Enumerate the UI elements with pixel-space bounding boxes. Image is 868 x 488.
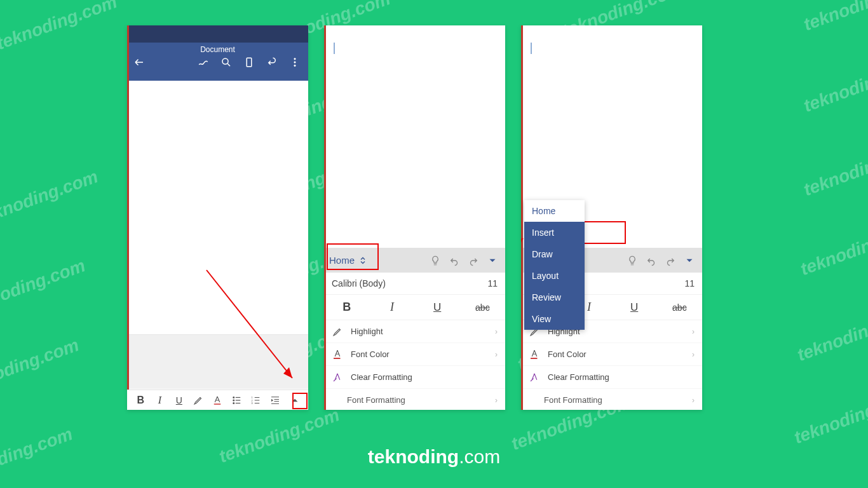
font-color-row[interactable]: Font Color ›: [324, 343, 505, 366]
font-formatting-label: Font Formatting: [544, 395, 602, 405]
font-color-row[interactable]: Font Color ›: [521, 343, 702, 366]
font-selector-row[interactable]: Calibri (Body) 11: [324, 273, 505, 295]
mobile-view-button[interactable]: [243, 57, 255, 71]
brand-footer: teknoding.com: [0, 446, 868, 468]
numbered-list-icon: 123: [250, 395, 262, 406]
svg-text:2: 2: [252, 399, 253, 402]
watermark: teknoding.com: [801, 54, 868, 116]
svg-point-7: [233, 402, 234, 403]
chevron-down-icon: [487, 255, 498, 266]
annotation-arrow: [203, 267, 305, 394]
undo-button[interactable]: [447, 255, 462, 266]
chevron-right-icon: ›: [495, 396, 498, 405]
brand-bold: teknoding: [368, 446, 459, 467]
font-color-button[interactable]: [210, 393, 224, 407]
back-button[interactable]: [133, 57, 145, 71]
draw-button[interactable]: [198, 57, 209, 71]
chevron-right-icon: ›: [692, 327, 695, 336]
clear-formatting-icon: [332, 372, 343, 383]
dropdown-item-layout[interactable]: Layout: [524, 265, 585, 287]
underline-button[interactable]: U: [621, 301, 647, 314]
collapse-ribbon-button[interactable]: [682, 255, 697, 266]
brand-rest: .com: [459, 446, 500, 467]
app-header: Document: [127, 43, 308, 81]
watermark: teknoding.com: [0, 335, 82, 397]
watermark: teknoding.com: [0, 166, 101, 229]
indent-button[interactable]: [268, 393, 282, 407]
svg-point-5: [233, 396, 234, 398]
svg-point-6: [233, 400, 234, 401]
highlighter-icon: [193, 395, 204, 406]
underline-button[interactable]: U: [424, 301, 450, 314]
indent-icon: [269, 395, 281, 406]
redo-icon: [665, 255, 676, 266]
redo-button[interactable]: [466, 255, 481, 266]
chevron-right-icon: ›: [692, 396, 695, 405]
text-cursor: [531, 43, 532, 54]
ribbon-tab-dropdown: Home Insert Draw Layout Review View: [524, 200, 585, 330]
highlight-label: Highlight: [351, 327, 383, 336]
svg-point-0: [222, 58, 228, 64]
phone-edge: [127, 25, 129, 410]
undo-button[interactable]: [644, 255, 659, 266]
search-button[interactable]: [220, 57, 232, 71]
svg-rect-1: [247, 58, 252, 67]
svg-marker-14: [521, 238, 523, 247]
screenshot-1: Document B I U 123: [127, 25, 308, 410]
highlight-row[interactable]: Highlight ›: [324, 320, 505, 343]
clear-formatting-icon: [529, 372, 540, 383]
more-button[interactable]: [289, 57, 301, 71]
font-size: 11: [684, 278, 695, 288]
font-color-icon: [529, 349, 540, 360]
strikethrough-button[interactable]: abc: [667, 302, 692, 313]
highlighter-button[interactable]: [191, 393, 205, 407]
document-title: Document: [127, 43, 308, 54]
svg-line-13: [521, 238, 523, 311]
redo-button[interactable]: [663, 255, 678, 266]
strikethrough-button[interactable]: abc: [470, 302, 495, 313]
font-formatting-row[interactable]: Font Formatting ›: [521, 389, 702, 410]
clear-formatting-row[interactable]: Clear Formatting: [521, 366, 702, 389]
bullet-list-icon: [231, 395, 243, 406]
undo-icon: [266, 57, 278, 68]
dropdown-item-home[interactable]: Home: [524, 200, 585, 222]
chevron-right-icon: ›: [692, 350, 695, 359]
undo-button[interactable]: [266, 57, 278, 71]
italic-button[interactable]: I: [379, 301, 405, 314]
font-name: Calibri (Body): [332, 278, 386, 288]
font-formatting-row[interactable]: Font Formatting ›: [324, 389, 505, 410]
collapse-ribbon-button[interactable]: [485, 255, 500, 266]
watermark: teknoding.com: [801, 0, 868, 35]
dropdown-item-view[interactable]: View: [524, 308, 585, 330]
tell-me-button[interactable]: [428, 255, 443, 266]
chevron-right-icon: ›: [495, 327, 498, 336]
bullet-list-button[interactable]: [230, 393, 244, 407]
svg-text:3: 3: [252, 402, 253, 405]
watermark: teknoding.com: [801, 138, 868, 200]
dropdown-item-review[interactable]: Review: [524, 287, 585, 308]
italic-button[interactable]: I: [153, 393, 166, 407]
svg-line-11: [207, 270, 292, 378]
font-size: 11: [487, 278, 498, 288]
clear-formatting-label: Clear Formatting: [548, 372, 609, 382]
dropdown-item-draw[interactable]: Draw: [524, 243, 585, 265]
chevron-down-icon: [684, 255, 695, 266]
annotation-box: [292, 393, 308, 409]
numbered-list-button[interactable]: 123: [249, 393, 263, 407]
tell-me-button[interactable]: [625, 255, 640, 266]
annotation-box: [327, 243, 379, 270]
svg-text:1: 1: [252, 396, 253, 399]
bold-button[interactable]: B: [334, 301, 360, 314]
document-canvas[interactable]: [324, 25, 505, 248]
more-vertical-icon: [289, 57, 301, 68]
draw-icon: [198, 57, 209, 68]
clear-formatting-row[interactable]: Clear Formatting: [324, 366, 505, 389]
watermark: teknoding.com: [795, 303, 868, 365]
screenshot-2: Home Calibri (Body) 11 B I U abc Highlig…: [324, 25, 505, 410]
phone-edge: [324, 25, 326, 410]
dropdown-item-insert[interactable]: Insert: [524, 222, 585, 243]
highlight-icon: [332, 326, 343, 337]
bold-button[interactable]: B: [133, 393, 147, 407]
screenshot-3: 11 I U abc Highlight › Font Color › Clea…: [521, 25, 702, 410]
underline-button[interactable]: U: [172, 393, 186, 407]
